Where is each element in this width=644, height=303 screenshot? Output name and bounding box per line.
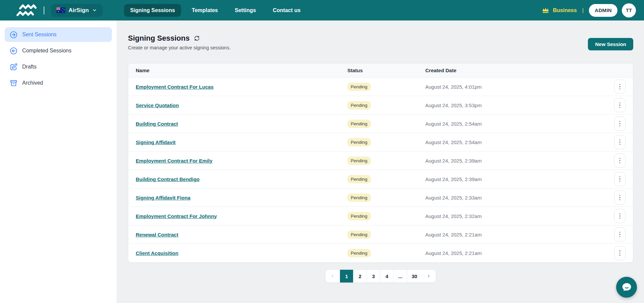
row-actions-kebab-icon[interactable] [614, 246, 626, 260]
status-badge: Pending [347, 212, 371, 220]
sidebar-item-label: Sent Sessions [22, 32, 56, 38]
table-row: Employment Contract For Emily Pending Au… [128, 152, 633, 170]
session-name-link[interactable]: Employment Contract For Johnny [136, 213, 217, 219]
chevron-down-icon [92, 8, 97, 13]
workspace-switcher[interactable]: AirSign [51, 4, 102, 17]
row-actions-kebab-icon[interactable] [614, 80, 626, 94]
table-row: Employment Contract For Lucas Pending Au… [128, 78, 633, 96]
session-name-link[interactable]: Building Contract [136, 121, 178, 127]
sidebar-item-sent-sessions[interactable]: Sent Sessions [5, 27, 112, 42]
created-date: August 24, 2025, 2:21am [425, 232, 607, 237]
status-badge: Pending [347, 175, 371, 183]
table-row: Service Quotation Pending August 24, 202… [128, 96, 633, 115]
new-session-button[interactable]: New Session [588, 38, 633, 50]
row-actions-kebab-icon[interactable] [614, 98, 626, 112]
row-actions-kebab-icon[interactable] [614, 117, 626, 131]
session-name-link[interactable]: Signing Affidavit Fiona [136, 195, 190, 201]
pagination-wrap: 1234...30 [128, 269, 633, 283]
table-header-row: Name Status Created Date [128, 63, 633, 78]
column-header-status: Status [347, 68, 425, 73]
arrow-right-circle-icon [9, 31, 18, 39]
status-badge: Pending [347, 83, 371, 91]
plan-divider: | [582, 7, 584, 14]
top-navbar: AirSign Signing SessionsTemplatesSetting… [0, 0, 644, 20]
created-date: August 24, 2025, 2:54am [425, 139, 607, 145]
nav-item[interactable]: Templates [186, 4, 224, 17]
table-row: Signing Affidavit Pending August 24, 202… [128, 133, 633, 152]
created-date: August 24, 2025, 2:33am [425, 195, 607, 201]
created-date: August 24, 2025, 4:01pm [425, 84, 607, 90]
status-badge: Pending [347, 138, 371, 146]
pagination-page[interactable]: 4 [380, 270, 394, 283]
main-nav: Signing SessionsTemplatesSettingsContact… [124, 4, 306, 17]
table-body: Employment Contract For Lucas Pending Au… [128, 78, 633, 262]
session-name-link[interactable]: Signing Affidavit [136, 139, 176, 145]
row-actions-kebab-icon[interactable] [614, 227, 626, 242]
admin-button[interactable]: ADMIN [589, 4, 617, 17]
chat-widget-button[interactable] [616, 277, 637, 298]
crown-icon [541, 7, 550, 14]
nav-item[interactable]: Settings [229, 4, 262, 17]
status-badge: Pending [347, 120, 371, 128]
nav-item[interactable]: Signing Sessions [124, 4, 181, 17]
table-row: Building Contract Bendigo Pending August… [128, 170, 633, 188]
table-row: Client Acquisition Pending August 24, 20… [128, 244, 633, 262]
table-row: Employment Contract For Johnny Pending A… [128, 207, 633, 225]
row-actions-kebab-icon[interactable] [614, 209, 626, 223]
status-badge: Pending [347, 193, 371, 202]
page-subtitle: Create or manage your active signing ses… [128, 45, 230, 50]
refresh-icon[interactable] [193, 34, 201, 42]
arrow-left-circle-icon [9, 47, 18, 55]
pagination-prev-chevron-left-icon[interactable] [326, 270, 340, 283]
created-date: August 24, 2025, 2:39am [425, 158, 607, 164]
table-row: Renewal Contract Pending August 24, 2025… [128, 225, 633, 244]
created-date: August 24, 2025, 3:53pm [425, 102, 607, 108]
status-badge: Pending [347, 157, 371, 165]
page-title: Signing Sessions [128, 34, 189, 43]
user-avatar[interactable]: TT [622, 3, 636, 17]
chat-bubble-icon [620, 281, 633, 293]
row-actions-kebab-icon[interactable] [614, 172, 626, 186]
plan-badge: Business [541, 7, 577, 14]
page-header: Signing Sessions Create or manage your a… [128, 34, 633, 50]
created-date: August 24, 2025, 2:21am [425, 250, 607, 256]
row-actions-kebab-icon[interactable] [614, 154, 626, 168]
sidebar-item-label: Drafts [22, 64, 37, 70]
column-header-created-date: Created Date [425, 68, 607, 73]
pagination-page[interactable]: 2 [353, 270, 367, 283]
page-title-block: Signing Sessions Create or manage your a… [128, 34, 230, 50]
pagination-page[interactable]: ... [394, 270, 407, 283]
status-badge: Pending [347, 230, 371, 239]
session-name-link[interactable]: Employment Contract For Emily [136, 158, 212, 164]
nav-item[interactable]: Contact us [267, 4, 307, 17]
app-logo-waves-icon [16, 3, 37, 17]
session-name-link[interactable]: Employment Contract For Lucas [136, 84, 214, 90]
pagination-page[interactable]: 1 [340, 270, 353, 283]
status-badge: Pending [347, 101, 371, 110]
sidebar-item-drafts[interactable]: Drafts [5, 59, 112, 74]
row-actions-kebab-icon[interactable] [614, 190, 626, 205]
pagination-page[interactable]: 30 [407, 270, 422, 283]
created-date: August 24, 2025, 2:54am [425, 121, 607, 127]
navbar-divider [44, 6, 44, 14]
session-name-link[interactable]: Service Quotation [136, 102, 179, 108]
session-name-link[interactable]: Renewal Contract [136, 232, 178, 237]
australia-flag-icon [56, 7, 65, 13]
created-date: August 24, 2025, 2:39am [425, 176, 607, 182]
sidebar-item-archived[interactable]: Archived [5, 76, 112, 90]
session-name-link[interactable]: Client Acquisition [136, 250, 178, 256]
created-date: August 24, 2025, 2:32am [425, 213, 607, 219]
pagination: 1234...30 [325, 269, 436, 283]
row-actions-kebab-icon[interactable] [614, 135, 626, 149]
pagination-next-chevron-right-icon[interactable] [422, 270, 436, 283]
column-header-name: Name [136, 68, 347, 73]
sidebar-item-completed-sessions[interactable]: Completed Sessions [5, 43, 112, 58]
sidebar-item-label: Archived [22, 80, 43, 86]
main-content: Signing Sessions Create or manage your a… [117, 20, 644, 303]
brand-name: AirSign [69, 7, 89, 14]
sidebar-item-label: Completed Sessions [22, 48, 72, 54]
pagination-page[interactable]: 3 [367, 270, 380, 283]
archive-box-icon [9, 79, 18, 87]
pencil-square-icon [9, 63, 18, 71]
session-name-link[interactable]: Building Contract Bendigo [136, 176, 200, 182]
